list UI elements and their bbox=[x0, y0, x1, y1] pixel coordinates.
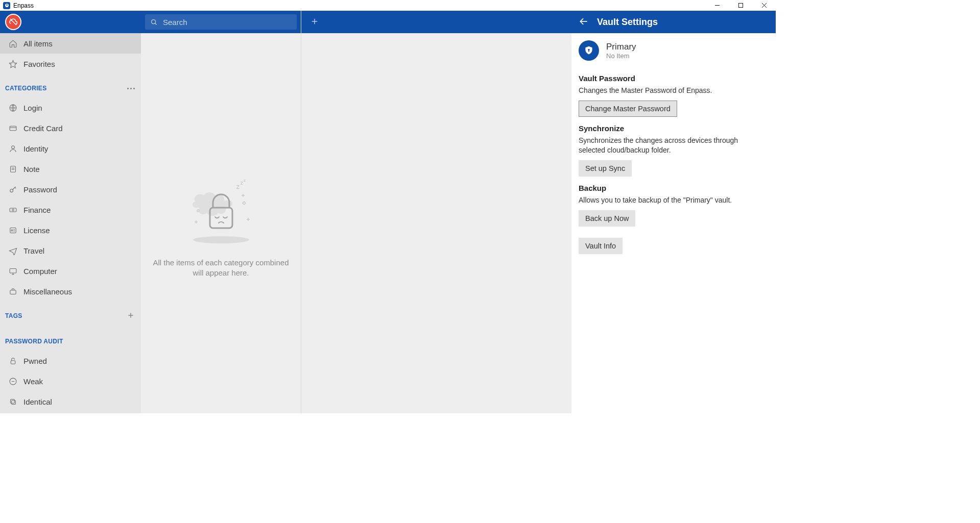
empty-text: All the items of each category combined … bbox=[147, 258, 295, 279]
sidebar-item-miscellaneous[interactable]: Miscellaneous bbox=[0, 281, 141, 302]
section-desc-password: Changes the Master Password of Enpass. bbox=[579, 86, 752, 95]
categories-more-button[interactable] bbox=[127, 88, 135, 89]
section-title-backup: Backup bbox=[579, 184, 769, 192]
svg-rect-32 bbox=[11, 400, 15, 404]
sidebar-item-computer[interactable]: Computer bbox=[0, 261, 141, 281]
sidebar-item-label: Computer bbox=[23, 267, 57, 276]
sidebar-item-login[interactable]: Login bbox=[0, 97, 141, 118]
item-list-column: z z z All the items of each category com… bbox=[141, 11, 301, 413]
minus-circle-icon bbox=[8, 377, 17, 386]
sidebar-item-label: Weak bbox=[23, 377, 43, 386]
sidebar-item-label: Travel bbox=[23, 246, 44, 255]
window-titlebar: Enpass bbox=[0, 0, 776, 11]
section-label: CATEGORIES bbox=[5, 85, 46, 92]
home-icon bbox=[8, 39, 17, 48]
svg-point-16 bbox=[10, 189, 13, 192]
svg-text:z: z bbox=[241, 180, 243, 186]
sidebar-item-label: Pwned bbox=[23, 357, 47, 365]
sidebar-section-tags: TAGS bbox=[0, 307, 141, 325]
note-icon bbox=[8, 164, 17, 173]
unlock-icon bbox=[8, 356, 17, 365]
add-item-button[interactable] bbox=[310, 17, 319, 27]
sidebar-item-label: License bbox=[23, 226, 50, 235]
sidebar-item-label: Password bbox=[23, 185, 57, 194]
svg-line-35 bbox=[155, 23, 157, 24]
svg-rect-4 bbox=[738, 3, 743, 7]
svg-point-41 bbox=[197, 210, 199, 212]
arrow-left-icon bbox=[579, 16, 589, 27]
user-icon bbox=[8, 144, 17, 153]
setup-sync-button[interactable]: Set up Sync bbox=[579, 160, 632, 177]
sidebar-item-label: Favorites bbox=[23, 60, 55, 68]
svg-rect-29 bbox=[11, 360, 15, 363]
sidebar-item-travel[interactable]: Travel bbox=[0, 240, 141, 261]
svg-rect-10 bbox=[10, 126, 16, 131]
panel-topbar: Vault Settings bbox=[571, 11, 776, 33]
search-field[interactable] bbox=[145, 14, 297, 30]
vault-name: Primary bbox=[606, 42, 636, 52]
window-close-button[interactable] bbox=[752, 0, 776, 11]
badge-icon bbox=[8, 226, 17, 235]
sync-status-badge[interactable] bbox=[5, 14, 21, 30]
sidebar-item-label: Note bbox=[23, 165, 40, 173]
window-title: Enpass bbox=[13, 2, 34, 9]
sidebar-item-all-items[interactable]: All items bbox=[0, 33, 141, 54]
section-title-sync: Synchronize bbox=[579, 124, 769, 133]
sidebar-item-credit-card[interactable]: Credit Card bbox=[0, 118, 141, 138]
sidebar-item-label: Identity bbox=[23, 144, 48, 153]
back-button[interactable] bbox=[579, 16, 589, 28]
vault-header: Primary No Item bbox=[571, 33, 776, 65]
section-label: TAGS bbox=[5, 312, 22, 319]
sidebar-item-finance[interactable]: Finance bbox=[0, 200, 141, 220]
window-minimize-button[interactable] bbox=[705, 0, 729, 11]
cash-icon bbox=[8, 205, 17, 214]
vault-info-button[interactable]: Vault Info bbox=[579, 238, 623, 254]
change-master-password-button[interactable]: Change Master Password bbox=[579, 101, 677, 117]
empty-lock-illustration: z z z bbox=[175, 171, 267, 247]
sidebar-item-weak[interactable]: Weak bbox=[0, 371, 141, 391]
add-tag-button[interactable] bbox=[127, 311, 135, 321]
sidebar-topbar bbox=[0, 11, 141, 33]
svg-marker-8 bbox=[9, 60, 16, 67]
sidebar-item-password[interactable]: Password bbox=[0, 179, 141, 200]
globe-icon bbox=[8, 103, 17, 112]
svg-rect-33 bbox=[10, 399, 14, 403]
search-input[interactable] bbox=[163, 18, 292, 27]
sidebar-item-label: Login bbox=[23, 104, 42, 112]
sidebar-item-label: Finance bbox=[23, 206, 51, 214]
sidebar-item-label: Credit Card bbox=[23, 124, 63, 133]
detail-topbar bbox=[301, 11, 571, 33]
plane-icon bbox=[8, 246, 17, 255]
sidebar-item-pwned[interactable]: Pwned bbox=[0, 351, 141, 371]
monitor-icon bbox=[8, 266, 17, 276]
vault-shield-icon bbox=[579, 40, 599, 61]
sidebar-item-label: Identical bbox=[23, 397, 52, 406]
sidebar-item-favorites[interactable]: Favorites bbox=[0, 54, 141, 74]
cloud-off-icon bbox=[9, 17, 18, 27]
sidebar-item-note[interactable]: Note bbox=[0, 159, 141, 179]
backup-now-button[interactable]: Back up Now bbox=[579, 210, 635, 227]
section-title-password: Vault Password bbox=[579, 74, 769, 83]
svg-point-20 bbox=[11, 230, 12, 231]
briefcase-icon bbox=[8, 287, 17, 296]
sidebar-item-label: Miscellaneous bbox=[23, 287, 72, 296]
svg-rect-26 bbox=[10, 290, 15, 294]
sidebar-item-license[interactable]: License bbox=[0, 220, 141, 240]
vault-settings-panel: Vault Settings Primary No Item Vault Pas… bbox=[571, 11, 776, 413]
titlebar-left: Enpass bbox=[3, 2, 34, 9]
copy-icon bbox=[8, 397, 17, 406]
svg-point-34 bbox=[152, 19, 156, 23]
sidebar-item-identical[interactable]: Identical bbox=[0, 391, 141, 412]
sidebar-item-identity[interactable]: Identity bbox=[0, 138, 141, 159]
svg-rect-17 bbox=[10, 208, 16, 211]
star-icon bbox=[8, 59, 17, 68]
section-label: PASSWORD AUDIT bbox=[5, 338, 63, 345]
svg-rect-23 bbox=[10, 268, 16, 273]
list-topbar bbox=[141, 11, 301, 33]
window-maximize-button[interactable] bbox=[729, 0, 752, 11]
detail-column bbox=[301, 11, 571, 413]
section-desc-backup: Allows you to take backup of the "Primar… bbox=[579, 195, 752, 205]
sidebar-section-categories: CATEGORIES bbox=[0, 79, 141, 97]
card-icon bbox=[8, 123, 17, 133]
svg-point-12 bbox=[11, 145, 14, 148]
